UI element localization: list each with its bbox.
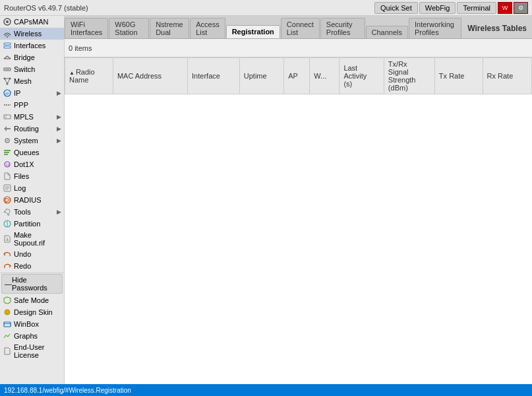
sidebar-item-label: End-User License [14, 343, 61, 359]
svg-text:1X: 1X [6, 163, 11, 167]
svg-rect-22 [4, 152, 9, 153]
top-bar-buttons: Quick Set WebFig Terminal W ⚙ [374, 2, 528, 14]
registration-table: ▲RadioName MAC Address Interface Uptime … [65, 57, 532, 94]
tab-interworking-profiles[interactable]: Interworking Profiles [409, 18, 461, 38]
capsman-icon [3, 17, 12, 26]
sidebar-item-label: Switch [14, 65, 35, 73]
tab-registration[interactable]: Registration [226, 25, 280, 38]
sidebar-item-label: Tools [14, 208, 31, 216]
svg-rect-21 [4, 150, 11, 151]
sidebar-item-make-supout[interactable]: Make Supout.rif [0, 230, 64, 248]
make-supout-icon [3, 234, 12, 244]
sidebar-item-ip[interactable]: IP IP ▶ [0, 87, 64, 99]
sidebar-item-system[interactable]: System ▶ [0, 135, 64, 147]
switch-icon [3, 65, 12, 74]
tools-arrow: ▶ [57, 209, 61, 215]
sidebar-item-winbox[interactable]: WinBox [0, 318, 64, 330]
sidebar-item-label: Mesh [14, 77, 32, 85]
svg-rect-36 [4, 322, 11, 327]
svg-point-35 [5, 310, 10, 315]
winbox-icon[interactable]: W [498, 2, 512, 14]
mpls-icon [3, 112, 12, 121]
col-tx-rx-signal[interactable]: Tx/RxSignalStrength(dBm) [384, 58, 434, 94]
sidebar-item-interfaces[interactable]: Interfaces [0, 40, 64, 51]
sidebar-item-label: Files [14, 172, 29, 180]
settings-icon[interactable]: ⚙ [514, 2, 528, 14]
sidebar-item-dot1x[interactable]: 1X Dot1X [0, 158, 64, 170]
sidebar-item-partition[interactable]: Partition [0, 218, 64, 230]
sort-arrow: ▲ [69, 70, 74, 76]
undo-icon [3, 249, 12, 259]
tab-nstreme-dual[interactable]: Nstreme Dual [150, 18, 189, 38]
wireless-icon [3, 29, 12, 38]
tab-connect-list[interactable]: Connect List [281, 18, 320, 38]
sidebar: CAPsMAN Wireless Interfaces Bridge Switc… [0, 16, 65, 384]
sidebar-item-ppp[interactable]: PPP [0, 99, 64, 111]
redo-icon [3, 261, 12, 271]
sidebar-item-mesh[interactable]: Mesh [0, 75, 64, 87]
svg-rect-4 [4, 46, 11, 48]
webfig-button[interactable]: WebFig [419, 2, 456, 14]
sidebar-item-hide-passwords[interactable]: — Hide Passwords [1, 274, 63, 294]
col-ap[interactable]: AP [284, 58, 310, 94]
tab-w60g-station[interactable]: W60G Station [109, 18, 149, 38]
col-mac-address[interactable]: MAC Address [113, 58, 187, 94]
sidebar-item-bridge[interactable]: Bridge [0, 51, 64, 63]
app-title: RouterOS v6.49.7 (stable) [4, 4, 374, 12]
top-bar: RouterOS v6.49.7 (stable) Quick Set WebF… [0, 0, 532, 16]
radius-icon [3, 195, 12, 205]
sidebar-item-log[interactable]: Log [0, 182, 64, 194]
log-icon [3, 183, 12, 193]
sidebar-item-label: Design Skin [14, 308, 53, 316]
sidebar-item-end-user-license[interactable]: End-User License [0, 342, 64, 360]
sidebar-divider [0, 273, 64, 273]
winbox-sidebar-icon [3, 319, 12, 329]
sidebar-item-routing[interactable]: Routing ▶ [0, 123, 64, 135]
sidebar-item-label: RADIUS [14, 196, 42, 204]
quick-set-button[interactable]: Quick Set [374, 2, 418, 14]
interfaces-icon [3, 41, 12, 50]
col-radio-name[interactable]: ▲RadioName [65, 58, 113, 94]
sidebar-item-label: Undo [14, 250, 31, 258]
tab-access-list[interactable]: Access List [190, 18, 225, 38]
sidebar-item-label: IP [14, 89, 20, 97]
system-icon [3, 136, 12, 145]
partition-icon [3, 219, 12, 228]
queues-icon [3, 148, 12, 157]
table-area[interactable]: ▲RadioName MAC Address Interface Uptime … [65, 57, 532, 384]
col-rx-rate[interactable]: Rx Rate [483, 58, 531, 94]
sidebar-item-tools[interactable]: Tools ▶ [0, 206, 64, 218]
col-uptime[interactable]: Uptime [239, 58, 283, 94]
sidebar-item-radius[interactable]: RADIUS [0, 194, 64, 206]
sidebar-item-capsman[interactable]: CAPsMAN [0, 16, 64, 28]
tab-security-profiles[interactable]: Security Profiles [320, 18, 365, 38]
svg-text:IP: IP [5, 92, 9, 96]
sidebar-item-graphs[interactable]: Graphs [0, 330, 64, 342]
bridge-icon [3, 53, 12, 62]
sidebar-item-label: WinBox [14, 320, 39, 328]
sidebar-item-label: Bridge [14, 53, 35, 61]
sidebar-item-safe-mode[interactable]: Safe Mode [0, 294, 64, 306]
col-last-activity[interactable]: LastActivity(s) [340, 58, 384, 94]
tab-bar: WiFi Interfaces W60G Station Nstreme Dua… [65, 16, 532, 39]
sidebar-item-label: Queues [14, 148, 40, 156]
sidebar-item-label: Interfaces [14, 42, 45, 50]
sidebar-item-queues[interactable]: Queues [0, 147, 64, 158]
sidebar-item-redo[interactable]: Redo [0, 260, 64, 272]
svg-line-13 [7, 79, 10, 84]
sidebar-item-design-skin[interactable]: Design Skin [0, 306, 64, 318]
col-interface[interactable]: Interface [188, 58, 240, 94]
sidebar-item-undo[interactable]: Undo [0, 248, 64, 260]
col-tx-rate[interactable]: Tx Rate [434, 58, 483, 94]
svg-point-2 [7, 36, 8, 38]
tab-wifi-interfaces[interactable]: WiFi Interfaces [65, 18, 108, 38]
sidebar-item-files[interactable]: Files [0, 170, 64, 182]
col-w[interactable]: W... [310, 58, 340, 94]
tab-channels[interactable]: Channels [366, 26, 408, 38]
routing-icon [3, 124, 12, 133]
sidebar-item-mpls[interactable]: MPLS ▶ [0, 111, 64, 123]
items-count: 0 items [69, 44, 92, 52]
sidebar-item-wireless[interactable]: Wireless [0, 28, 64, 40]
terminal-button[interactable]: Terminal [457, 2, 496, 14]
sidebar-item-switch[interactable]: Switch [0, 63, 64, 75]
